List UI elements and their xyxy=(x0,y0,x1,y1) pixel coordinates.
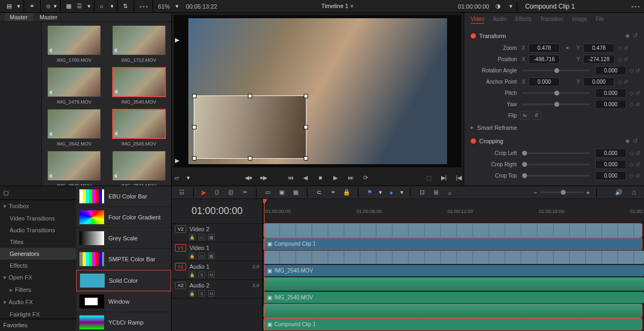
generator-item[interactable]: Four Color Gradient xyxy=(76,207,171,228)
clip-item[interactable]: IMG_2545.MOV xyxy=(110,109,169,146)
keyframe-diamond-icon[interactable]: ◇ xyxy=(618,45,622,51)
play-icon[interactable]: ▶ xyxy=(331,173,340,182)
rotation-input[interactable] xyxy=(595,66,626,75)
record-dot-icon[interactable] xyxy=(46,4,50,9)
lock-icon[interactable]: 🔒 xyxy=(189,234,195,240)
crop-left-input[interactable] xyxy=(595,149,626,158)
layout-sidebar-icon[interactable]: ▤ xyxy=(6,3,14,10)
clip-video2-thumbs[interactable] xyxy=(264,224,642,237)
clip-video1[interactable]: ▣IMG_2540.MOV xyxy=(264,265,644,276)
clip-item[interactable]: IMG_1700.MOV xyxy=(45,25,104,63)
generator-item[interactable]: SMPTE Color Bar xyxy=(76,249,171,270)
anchor-y-input[interactable] xyxy=(583,77,614,86)
mute-icon[interactable]: 🔊 xyxy=(614,188,624,197)
list-view-icon[interactable]: ☰ xyxy=(77,3,84,10)
solo-button[interactable]: S xyxy=(199,271,205,278)
stop-icon[interactable]: ■ xyxy=(316,173,325,182)
toolbox-header[interactable]: Toolbox xyxy=(9,203,29,209)
source-timecode[interactable]: 00:05:13:22 xyxy=(186,3,217,10)
mark-out-icon[interactable]: ●▶ xyxy=(259,173,268,182)
yaw-input[interactable] xyxy=(595,100,626,109)
inspector-tab[interactable]: Image xyxy=(572,16,587,24)
prev-edit-icon[interactable]: ▶ xyxy=(175,36,179,43)
blade-tool-icon[interactable]: ✂ xyxy=(240,188,250,197)
track-header[interactable]: V1Video 1🔒▭▦ xyxy=(172,242,262,261)
pitch-input[interactable] xyxy=(595,89,626,98)
link-selection-icon[interactable]: ⚭ xyxy=(328,188,338,197)
disable-video-icon[interactable]: ▭ xyxy=(199,253,205,259)
collapse-icon[interactable]: ▢ xyxy=(3,189,9,196)
zoom-x-input[interactable] xyxy=(529,43,560,53)
inspector-tab[interactable]: Transition xyxy=(540,16,564,24)
last-frame-icon[interactable]: ⏭ xyxy=(346,173,355,182)
lock-icon[interactable]: 🔒 xyxy=(189,290,195,297)
play-reverse-icon[interactable]: ◀ xyxy=(301,173,310,182)
marker-icon[interactable]: ● xyxy=(386,188,396,197)
grid-view-icon[interactable]: ▦ xyxy=(66,3,74,10)
lock-icon[interactable]: 🔒 xyxy=(342,188,352,197)
crop-top-input[interactable] xyxy=(595,171,626,180)
favorites-section[interactable]: Favorites xyxy=(0,319,76,331)
zoom-y-input[interactable] xyxy=(583,43,614,53)
inspector-tab[interactable]: Effects xyxy=(515,16,531,24)
enable-dot-icon[interactable] xyxy=(471,33,476,39)
enable-dot-icon[interactable] xyxy=(471,138,476,144)
clip-item[interactable]: IMG_2549.MOV xyxy=(45,151,104,188)
inspector-tab[interactable]: Video xyxy=(471,16,484,24)
generator-item[interactable]: Solid Color xyxy=(76,270,171,291)
toolbox-item[interactable]: Effects xyxy=(0,260,76,271)
detail-zoom-icon[interactable]: ⊞ xyxy=(431,188,441,197)
mute-button[interactable]: M xyxy=(208,271,215,278)
flip-v-button[interactable]: ⇵ xyxy=(532,111,541,120)
generator-item[interactable]: Window xyxy=(76,291,171,312)
reset-icon[interactable]: ↺ xyxy=(633,32,638,39)
clip-item[interactable]: IMG_2478.MOV xyxy=(45,67,104,105)
flag-icon[interactable]: ⚑ xyxy=(365,188,375,197)
openfx-header[interactable]: Open FX xyxy=(9,274,32,281)
timeline-name[interactable]: Timeline 1 xyxy=(219,3,456,10)
viewer-canvas[interactable]: ▶ ▶ xyxy=(174,15,462,167)
transform-section-header[interactable]: Transform ◆↺ xyxy=(469,29,640,42)
smart-reframe-section[interactable]: ▸Smart Reframe xyxy=(469,121,640,134)
crop-right-input[interactable] xyxy=(595,160,626,169)
clip-item[interactable]: IMG_2571.MOV xyxy=(110,151,169,188)
track-header[interactable]: V2Video 2🔒▭▦ xyxy=(172,224,262,242)
anchor-x-input[interactable] xyxy=(529,77,560,86)
track-options-icon[interactable]: ▦ xyxy=(208,253,215,259)
track-header[interactable]: A1Audio 12.0🔒SM xyxy=(172,261,262,280)
selection-tool-icon[interactable]: ➤ xyxy=(200,188,207,197)
reset-icon[interactable]: ↺ xyxy=(624,45,628,51)
clip-item[interactable]: IMG_2542.MOV xyxy=(45,109,104,146)
loop-icon[interactable]: ⟳ xyxy=(361,173,370,182)
insert-clip-icon[interactable]: ▭ xyxy=(263,188,273,197)
trim-edit-icon[interactable]: ⟨⟩ xyxy=(212,188,222,197)
zoom-fit-icon[interactable]: ⊡ xyxy=(417,188,427,197)
clip-audio2-wave[interactable] xyxy=(264,304,642,318)
link-icon[interactable]: ⚭ xyxy=(30,3,37,10)
master-breadcrumb[interactable]: Master xyxy=(40,14,58,20)
mixer-icon[interactable]: ⎍ xyxy=(629,188,639,197)
overwrite-clip-icon[interactable]: ▣ xyxy=(277,188,287,197)
toolbox-item[interactable]: Audio Transitions xyxy=(0,224,76,236)
next-clip-icon[interactable]: ▶| xyxy=(439,173,449,182)
timeline-ruler[interactable]: 01:00:00:0001:00:06:0001:00:12:0001:00:1… xyxy=(263,199,644,224)
solo-button[interactable]: S xyxy=(199,290,205,297)
cropping-section-header[interactable]: Cropping ◆↺ xyxy=(469,134,640,148)
bin-tree[interactable] xyxy=(0,22,42,192)
record-timecode[interactable]: 01:00:00:00 xyxy=(458,3,489,10)
color-wheel-icon[interactable]: ◑ xyxy=(495,3,503,10)
disable-video-icon[interactable]: ▭ xyxy=(199,234,205,240)
first-frame-icon[interactable]: ⏮ xyxy=(286,173,295,182)
clip-audio1-wave[interactable] xyxy=(264,277,644,291)
toolbox-item[interactable]: Generators xyxy=(0,248,76,260)
next-edit-icon[interactable]: ▶ xyxy=(175,157,179,164)
lock-icon[interactable]: 🔒 xyxy=(189,253,195,259)
chevron-down-icon[interactable]: ▾ xyxy=(17,3,20,10)
clip-audio1[interactable]: ▣IMG_2540.MOV xyxy=(264,292,644,303)
timeline-timecode[interactable]: 01:00:00:00 xyxy=(172,199,262,224)
snap-icon[interactable]: ⊂ xyxy=(314,188,324,197)
custom-zoom-icon[interactable]: ⌕ xyxy=(445,188,455,197)
generator-item[interactable]: YCbCr Ramp xyxy=(76,312,171,331)
inspector-tab[interactable]: Audio xyxy=(493,16,507,24)
clip-video1-thumbs[interactable] xyxy=(264,251,644,264)
